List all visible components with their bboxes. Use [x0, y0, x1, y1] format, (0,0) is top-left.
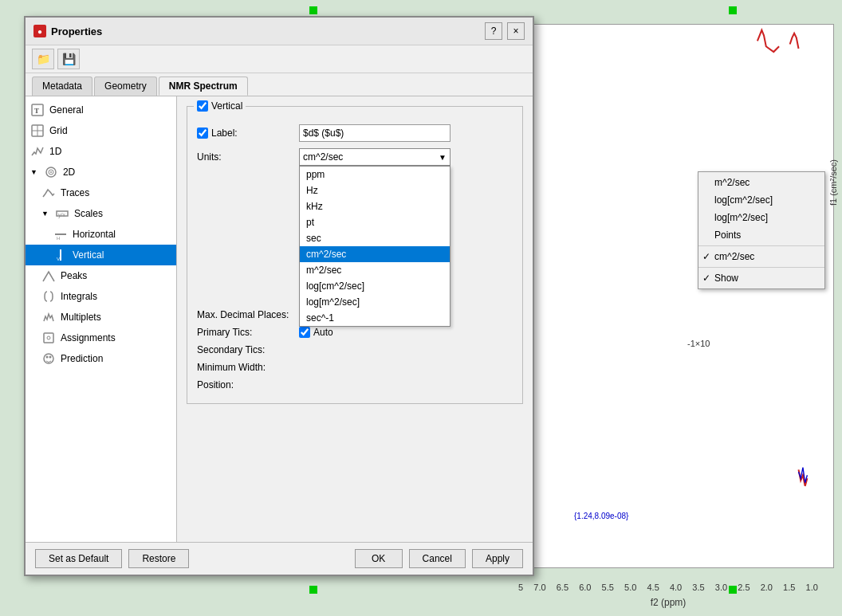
unit-option-khz[interactable]: kHz — [300, 198, 450, 214]
max-decimal-label: Max. Decimal Places: — [197, 309, 293, 320]
tab-bar: Metadata Geometry NMR Spectrum — [26, 73, 533, 96]
dialog-title-text: Properties — [51, 26, 102, 37]
dialog-footer: Set as Default Restore OK Cancel Apply — [26, 542, 533, 575]
assignments-label: Assignments — [61, 332, 116, 343]
traces-icon — [41, 186, 56, 200]
unit-option-hz[interactable]: Hz — [300, 182, 450, 198]
footer-left: Set as Default Restore — [35, 549, 189, 568]
spectrum-svg — [519, 25, 833, 567]
x-tick: 4.5 — [647, 583, 659, 592]
corner-marker-bl — [309, 586, 317, 594]
x-tick: 5.0 — [624, 583, 636, 592]
auto-checkbox-label[interactable]: Auto — [299, 327, 333, 338]
svg-point-15 — [47, 336, 50, 339]
label-row: Label: — [197, 124, 513, 142]
x-tick: 1.0 — [806, 583, 818, 592]
general-icon: T — [30, 103, 45, 117]
vertical-checkbox[interactable] — [197, 100, 208, 112]
open-button[interactable]: 📁 — [32, 49, 54, 69]
vertical-group-title: Vertical — [194, 100, 246, 112]
assignments-icon — [41, 331, 56, 345]
unit-option-ppm[interactable]: ppm — [300, 167, 450, 182]
context-menu-item-cm2sec[interactable]: cm^2/sec — [698, 248, 824, 265]
2d-icon — [44, 165, 58, 179]
dialog-titlebar: ● Properties ? × — [26, 18, 533, 45]
min-width-label: Minimum Width: — [197, 362, 293, 373]
integrals-label: Integrals — [61, 291, 97, 302]
unit-option-logcm2sec[interactable]: log[cm^2/sec] — [300, 278, 450, 294]
svg-rect-14 — [44, 333, 53, 343]
sidebar-item-scales[interactable]: ▼ y/x Scales — [26, 203, 176, 224]
folder-icon: 📁 — [37, 53, 50, 65]
save-button[interactable]: 💾 — [57, 49, 80, 69]
vertical-group: Vertical Label: Units: cm^2 — [187, 106, 523, 404]
context-menu-item-m2sec[interactable]: m^2/sec — [698, 174, 824, 191]
unit-option-secm1[interactable]: sec^-1 — [300, 310, 450, 326]
tab-content: T General Grid 1D ▼ — [26, 96, 533, 542]
chart-area — [518, 24, 834, 568]
sidebar-item-peaks[interactable]: Peaks — [26, 265, 176, 286]
sidebar-grid-label: Grid — [49, 125, 68, 136]
sidebar-item-1d[interactable]: 1D — [26, 141, 176, 162]
scales-chevron: ▼ — [41, 210, 49, 218]
peaks-icon — [41, 269, 56, 283]
x-tick: 3.5 — [692, 583, 704, 592]
y-axis-value: -1×10 — [687, 339, 710, 348]
sidebar-item-grid[interactable]: Grid — [26, 120, 176, 141]
unit-option-sec[interactable]: sec — [300, 230, 450, 246]
units-current-value: cm^2/sec — [303, 151, 439, 163]
save-icon: 💾 — [62, 53, 76, 65]
label-checkbox[interactable] — [197, 128, 208, 139]
unit-option-pt[interactable]: pt — [300, 214, 450, 230]
horizontal-icon: H — [53, 227, 68, 241]
sidebar-item-horizontal[interactable]: H Horizontal — [26, 224, 176, 245]
units-arrow: ▼ — [439, 153, 447, 162]
vertical-checkbox-label[interactable]: Vertical — [197, 100, 242, 112]
sidebar-item-integrals[interactable]: Integrals — [26, 286, 176, 307]
y-axis-label: f1 (cm²/sec) — [828, 159, 838, 206]
horizontal-label: Horizontal — [73, 229, 116, 240]
restore-button[interactable]: Restore — [128, 549, 189, 568]
unit-option-logm2sec[interactable]: log[m^2/sec] — [300, 294, 450, 310]
sidebar-item-multiplets[interactable]: Multiplets — [26, 307, 176, 328]
multiplets-icon — [41, 310, 56, 324]
prediction-label: Prediction — [61, 353, 103, 364]
tab-nmr-spectrum[interactable]: NMR Spectrum — [159, 77, 248, 96]
svg-point-18 — [49, 356, 52, 359]
close-button[interactable]: × — [507, 22, 525, 40]
svg-text:V: V — [57, 257, 60, 261]
integrals-icon — [41, 289, 56, 304]
sidebar-item-vertical[interactable]: V Vertical — [26, 245, 176, 265]
sidebar-item-traces[interactable]: Traces — [26, 182, 176, 203]
unit-option-cm2sec[interactable]: cm^2/sec — [300, 246, 450, 262]
ok-button[interactable]: OK — [355, 549, 403, 568]
sidebar-item-2d[interactable]: ▼ 2D — [26, 162, 176, 182]
sidebar-item-assignments[interactable]: Assignments — [26, 328, 176, 348]
svg-text:T: T — [34, 107, 39, 115]
sidebar-1d-label: 1D — [49, 146, 61, 157]
help-button[interactable]: ? — [485, 22, 502, 40]
set-default-button[interactable]: Set as Default — [35, 549, 122, 568]
unit-option-m2sec[interactable]: m^2/sec — [300, 262, 450, 278]
label-input[interactable] — [299, 124, 451, 142]
context-menu-item-points[interactable]: Points — [698, 226, 824, 244]
context-menu-item-show[interactable]: Show — [698, 269, 824, 287]
label-checkbox-label[interactable]: Label: — [197, 128, 293, 139]
x-tick: 3.0 — [715, 583, 727, 592]
sidebar-item-general[interactable]: T General — [26, 100, 176, 120]
units-select-display[interactable]: cm^2/sec ▼ — [299, 148, 451, 166]
sidebar-item-prediction[interactable]: Prediction — [26, 348, 176, 369]
svg-text:y/x: y/x — [58, 212, 65, 218]
position-label: Position: — [197, 379, 293, 390]
context-menu-item-logm2sec[interactable]: log[m^2/sec] — [698, 209, 824, 226]
secondary-tics-label: Secondary Tics: — [197, 344, 293, 355]
tab-geometry[interactable]: Geometry — [94, 77, 157, 96]
traces-label: Traces — [61, 187, 89, 198]
x-tick: 2.5 — [738, 583, 750, 592]
tab-metadata[interactable]: Metadata — [32, 77, 92, 96]
apply-button[interactable]: Apply — [472, 549, 523, 568]
svg-text:H: H — [57, 236, 60, 241]
context-menu-item-logcm2sec[interactable]: log[cm^2/sec] — [698, 191, 824, 209]
auto-checkbox[interactable] — [299, 327, 310, 338]
cancel-button[interactable]: Cancel — [409, 549, 466, 568]
